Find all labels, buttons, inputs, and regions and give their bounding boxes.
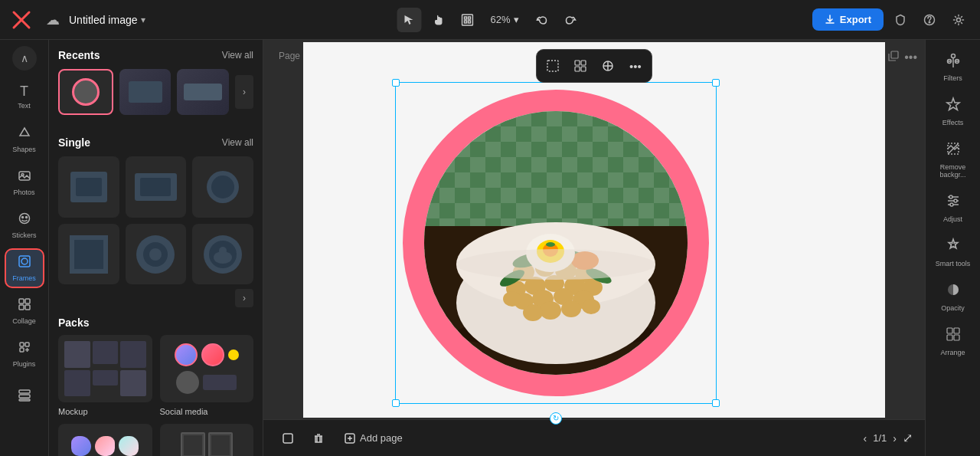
- export-button[interactable]: Export: [812, 8, 884, 31]
- recents-next-button[interactable]: ›: [235, 75, 253, 109]
- right-panel-smart-tools[interactable]: Smart tools: [930, 231, 976, 274]
- recents-grid: ›: [58, 69, 253, 115]
- svg-point-9: [957, 18, 961, 21]
- canvas-bottom-bar: Add page ‹ 1/1 › ⤢: [263, 419, 925, 456]
- nav-item-text[interactable]: T Text: [5, 77, 44, 116]
- svg-point-61: [540, 301, 561, 320]
- recents-view-all-button[interactable]: View all: [222, 50, 253, 61]
- right-panel-adjust[interactable]: Adjust: [930, 187, 976, 230]
- svg-rect-23: [20, 348, 24, 352]
- text-icon: T: [20, 84, 28, 100]
- svg-point-65: [503, 291, 521, 307]
- nav-item-collage[interactable]: Collage: [5, 291, 44, 331]
- frame-thumb-1[interactable]: [58, 156, 119, 218]
- nav-item-plugins[interactable]: Plugins: [5, 334, 44, 374]
- redo-button[interactable]: [559, 8, 583, 32]
- handle-top-right[interactable]: [712, 79, 720, 87]
- expand-button[interactable]: ⤢: [903, 431, 913, 445]
- handle-top-left[interactable]: [392, 79, 400, 87]
- right-panel-filters[interactable]: Filters: [930, 46, 976, 89]
- left-panel: Recents View all: [49, 40, 263, 456]
- food-image: [403, 90, 709, 396]
- nav-item-shapes[interactable]: Shapes: [5, 120, 44, 159]
- next-page-button[interactable]: ›: [893, 432, 897, 445]
- right-panel-remove-bg[interactable]: Remove backgr...: [930, 135, 976, 186]
- shield-button[interactable]: [888, 8, 913, 32]
- frame-thumb-3[interactable]: [192, 156, 253, 218]
- frame-thumb-6[interactable]: [192, 224, 253, 285]
- page-navigation: ‹ 1/1 › ⤢: [864, 431, 913, 445]
- social-media-label: Social media: [160, 407, 254, 416]
- right-panel-effects[interactable]: Effects: [930, 90, 976, 133]
- document-title: Untitled image: [69, 14, 138, 26]
- svg-point-12: [19, 214, 29, 224]
- svg-point-64: [582, 299, 600, 314]
- handle-bottom-right[interactable]: [712, 399, 720, 407]
- main-layout: ∧ T Text Shapes Photos: [0, 40, 980, 456]
- nav-item-more[interactable]: [5, 377, 44, 417]
- topbar-right-actions: Export: [812, 8, 971, 32]
- frame-element[interactable]: [403, 90, 709, 396]
- svg-rect-5: [464, 21, 466, 23]
- more-options-button[interactable]: •••: [623, 54, 648, 78]
- pack-item-social-media[interactable]: Social media: [160, 335, 254, 416]
- canvas-scroll-area[interactable]: ↻: [263, 40, 925, 419]
- right-panel-opacity[interactable]: Opacity: [930, 276, 976, 319]
- frames-icon: [18, 254, 31, 272]
- polaroid-thumb: [160, 424, 254, 456]
- filters-icon: [946, 52, 961, 71]
- single-view-all-button[interactable]: View all: [222, 137, 253, 148]
- page-indicator: 1/1: [873, 432, 887, 444]
- svg-point-28: [149, 248, 162, 261]
- frame-selector-button[interactable]: [455, 8, 479, 32]
- nav-collapse-button[interactable]: ∧: [12, 46, 37, 71]
- svg-rect-22: [25, 343, 29, 346]
- svg-rect-89: [947, 335, 952, 340]
- recents-header: Recents View all: [58, 49, 253, 61]
- undo-button[interactable]: [530, 8, 554, 32]
- pack-item-mockup[interactable]: Mockup: [58, 335, 152, 416]
- svg-point-16: [21, 258, 28, 264]
- frame-thumb-2[interactable]: [126, 156, 187, 218]
- delete-button[interactable]: [306, 426, 331, 451]
- recent-item-banner[interactable]: [119, 69, 172, 115]
- opacity-icon: [946, 282, 961, 301]
- handle-bottom-left[interactable]: [392, 399, 400, 407]
- pack-item-irregular[interactable]: Irregular shape: [58, 424, 152, 456]
- selection-box-tool[interactable]: [541, 54, 565, 78]
- effects-label: Effects: [942, 119, 963, 127]
- right-panel-arrange[interactable]: Arrange: [930, 320, 976, 363]
- mockup-thumb: [58, 335, 152, 402]
- app-logo[interactable]: [9, 8, 34, 32]
- prev-page-button[interactable]: ‹: [864, 432, 867, 445]
- recent-item-wide[interactable]: [177, 69, 229, 115]
- svg-line-81: [948, 143, 959, 154]
- frame-thumb-4[interactable]: [58, 224, 119, 285]
- svg-rect-24: [19, 390, 30, 393]
- svg-point-63: [523, 304, 543, 321]
- settings-button[interactable]: [946, 8, 971, 32]
- left-icon-panel: ∧ T Text Shapes Photos: [0, 40, 49, 456]
- recents-title: Recents: [58, 49, 100, 61]
- select-tool-button[interactable]: [397, 8, 421, 32]
- recent-item-circle[interactable]: [58, 69, 113, 115]
- crop-tool[interactable]: [596, 54, 620, 78]
- canvas-tools: 62% ▾: [397, 8, 583, 32]
- hand-tool-button[interactable]: [426, 8, 450, 32]
- irregular-thumb: [58, 424, 152, 456]
- nav-item-frames[interactable]: Frames: [5, 248, 44, 288]
- add-page-button[interactable]: Add page: [337, 428, 410, 448]
- frame-thumb-5[interactable]: [126, 224, 187, 285]
- nav-item-photos[interactable]: Photos: [5, 162, 44, 202]
- svg-rect-20: [25, 305, 30, 310]
- help-button[interactable]: [917, 8, 942, 32]
- svg-point-83: [954, 199, 957, 202]
- zoom-control[interactable]: 62% ▾: [484, 11, 524, 28]
- pack-item-polaroid[interactable]: Polaroids and photo f: [160, 424, 254, 456]
- grid-select-tool[interactable]: [568, 54, 593, 78]
- smart-tools-icon: [946, 238, 961, 257]
- nav-item-stickers[interactable]: Stickers: [5, 205, 44, 245]
- single-next-button[interactable]: ›: [235, 289, 253, 307]
- frame-button[interactable]: [276, 426, 300, 451]
- remove-bg-label: Remove backgr...: [933, 163, 973, 180]
